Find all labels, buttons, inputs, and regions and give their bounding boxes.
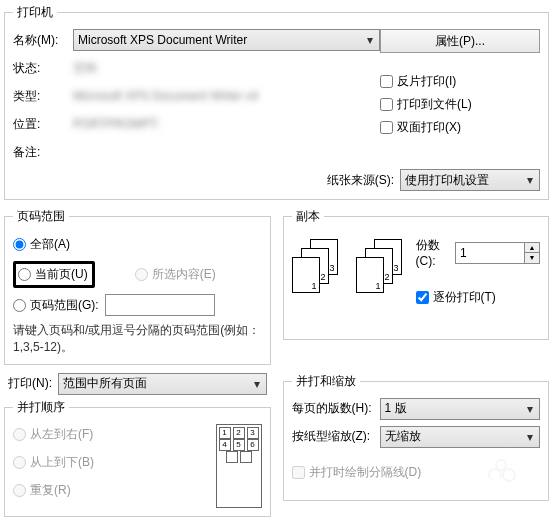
order-repeat-label: 重复(R) [30, 482, 71, 499]
status-label: 状态: [13, 60, 73, 77]
copies-count-label: 份数(C): [416, 237, 452, 268]
scale-legend: 并打和缩放 [292, 373, 360, 390]
status-value: 空闲 [73, 60, 97, 77]
per-sheet-label: 每页的版数(H): [292, 400, 380, 417]
print-what-label: 打印(N): [8, 375, 52, 392]
range-pages-label: 页码范围(G): [30, 297, 99, 314]
scale-to-select[interactable]: 无缩放 [380, 426, 541, 448]
duplex-label: 双面打印(X) [397, 119, 461, 136]
order-lr-label: 从左到右(F) [30, 426, 93, 443]
reverse-print-checkbox[interactable] [380, 75, 393, 88]
copies-count-input[interactable] [455, 242, 525, 264]
spin-down-icon[interactable]: ▼ [525, 253, 539, 263]
draw-lines-checkbox [292, 466, 305, 479]
range-current-label: 当前页(U) [35, 266, 88, 283]
order-tb-radio [13, 456, 26, 469]
paper-source-select[interactable]: 使用打印机设置 [400, 169, 540, 191]
range-pages-input[interactable] [105, 294, 215, 316]
order-legend: 并打顺序 [13, 399, 69, 416]
reverse-print-label: 反片打印(I) [397, 73, 456, 90]
order-lr-radio [13, 428, 26, 441]
comment-label: 备注: [13, 144, 73, 161]
range-pages-radio[interactable] [13, 299, 26, 312]
print-what-select[interactable]: 范围中所有页面 [58, 373, 267, 395]
order-repeat-radio [13, 484, 26, 497]
range-selection-label: 所选内容(E) [152, 267, 216, 281]
keypad-diagram: 123 456 [216, 424, 262, 508]
type-label: 类型: [13, 88, 73, 105]
copies-legend: 副本 [292, 208, 324, 225]
range-legend: 页码范围 [13, 208, 69, 225]
location-value: PORTPROMPT: [73, 117, 159, 131]
range-current-radio[interactable] [18, 268, 31, 281]
draw-lines-label: 并打时绘制分隔线(D) [309, 464, 422, 481]
order-tb-label: 从上到下(B) [30, 454, 94, 471]
copies-group: 副本 321 321 份数(C): ▲▼ 逐份打印(T) [283, 208, 550, 340]
duplex-checkbox[interactable] [380, 121, 393, 134]
name-label: 名称(M): [13, 32, 73, 49]
copies-spinner[interactable]: ▲▼ [455, 242, 540, 264]
type-value: Microsoft XPS Document Writer v4 [73, 89, 258, 103]
spin-up-icon[interactable]: ▲ [525, 243, 539, 253]
range-selection-radio [135, 268, 148, 281]
highlight-current-page: 当前页(U) [13, 261, 95, 288]
collate-diagram: 321 321 [292, 239, 402, 306]
range-all-label: 全部(A) [30, 236, 70, 253]
range-group: 页码范围 全部(A) 当前页(U) 所选内容(E) 页码范围(G): 请键入页码… [4, 208, 271, 365]
paper-source-label: 纸张来源(S): [327, 172, 394, 189]
printer-legend: 打印机 [13, 4, 57, 21]
printer-name-select[interactable]: Microsoft XPS Document Writer [73, 29, 380, 51]
per-sheet-select[interactable]: 1 版 [380, 398, 541, 420]
order-group: 并打顺序 从左到右(F) 从上到下(B) 重复(R) 123 456 [4, 399, 271, 517]
collate-checkbox[interactable] [416, 291, 429, 304]
print-to-file-checkbox[interactable] [380, 98, 393, 111]
scale-to-label: 按纸型缩放(Z): [292, 428, 380, 445]
print-to-file-label: 打印到文件(L) [397, 96, 472, 113]
scale-group: 并打和缩放 每页的版数(H): 1 版 按纸型缩放(Z): 无缩放 并打时绘制分… [283, 373, 550, 501]
collate-label: 逐份打印(T) [433, 289, 496, 306]
range-all-radio[interactable] [13, 238, 26, 251]
printer-group: 打印机 名称(M): Microsoft XPS Document Writer… [4, 4, 549, 200]
location-label: 位置: [13, 116, 73, 133]
properties-button[interactable]: 属性(P)... [380, 29, 540, 53]
range-hint: 请键入页码和/或用逗号分隔的页码范围(例如：1,3,5-12)。 [13, 322, 262, 356]
